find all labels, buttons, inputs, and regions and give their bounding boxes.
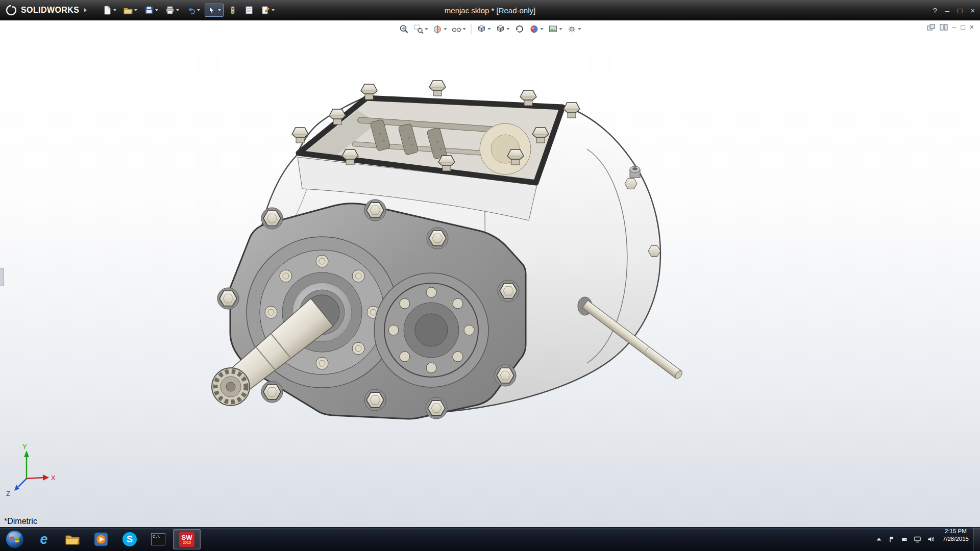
zoom-to-fit-icon <box>399 24 409 34</box>
section-view-button[interactable] <box>431 23 449 35</box>
taskbar-item-media-player[interactable] <box>87 529 115 549</box>
device-icon[interactable] <box>901 536 908 543</box>
view-cube-icon <box>477 24 487 34</box>
rotate-view-icon <box>514 24 525 34</box>
options-button[interactable] <box>258 4 277 17</box>
output-cover[interactable] <box>374 273 488 387</box>
solidworks-app-letters: SW <box>182 534 192 541</box>
internet-explorer-icon: e <box>40 532 47 547</box>
zoom-to-area-button[interactable] <box>412 23 430 35</box>
action-center-flag-icon[interactable] <box>888 536 895 543</box>
doc-restore-button[interactable]: □ <box>961 23 965 31</box>
doc-minimize-button[interactable]: – <box>952 23 957 31</box>
minimize-button[interactable]: – <box>945 6 949 15</box>
rebuild-button[interactable] <box>226 4 240 17</box>
solidworks-logo-icon <box>5 4 17 16</box>
view-orientation-button[interactable] <box>475 23 493 35</box>
heads-up-toolbar <box>398 23 583 35</box>
taskbar-item-internet-explorer[interactable]: e <box>30 529 58 549</box>
open-button[interactable] <box>121 4 140 17</box>
taskbar-item-command-prompt[interactable]: C:\_ <box>144 529 172 549</box>
maximize-button[interactable]: □ <box>958 6 962 15</box>
help-button[interactable]: ? <box>933 6 937 15</box>
taskbar-item-windows-explorer[interactable] <box>59 529 86 549</box>
document-title: menjac sklop * [Read-only] <box>445 0 535 20</box>
print-dropdown-caret[interactable] <box>176 9 179 11</box>
orientation-dropdown-caret[interactable] <box>488 28 491 30</box>
glasses-icon <box>452 24 462 34</box>
appearance-dropdown-caret[interactable] <box>541 28 544 30</box>
clock-time: 2:15 PM <box>943 528 969 535</box>
solidworks-app-icon: SW 2015 <box>179 532 194 547</box>
start-button[interactable] <box>0 528 30 551</box>
panel-collapse-tab[interactable] <box>0 268 4 286</box>
system-tray <box>871 528 939 551</box>
open-folder-icon <box>124 6 133 15</box>
show-desktop-button[interactable] <box>973 528 980 551</box>
new-document-icon <box>103 6 112 15</box>
gearbox-model[interactable]: Y X Z <box>0 20 980 527</box>
view-settings-icon <box>567 24 577 34</box>
taskbar: e S C:\_ SW 2015 <box>0 527 980 551</box>
breather-plug[interactable] <box>630 166 640 178</box>
command-prompt-icon: C:\_ <box>151 533 165 545</box>
scene-dropdown-caret[interactable] <box>559 28 562 30</box>
edit-appearance-button[interactable] <box>528 23 545 35</box>
volume-icon[interactable] <box>927 536 935 543</box>
taskbar-clock[interactable]: 2:15 PM 7/28/2015 <box>939 528 973 551</box>
hide-show-items-button[interactable] <box>450 23 468 35</box>
print-icon <box>165 6 175 15</box>
undo-button[interactable] <box>184 4 203 17</box>
file-properties-button[interactable] <box>242 4 256 17</box>
display-style-dropdown-caret[interactable] <box>507 28 510 30</box>
view-settings-dropdown-caret[interactable] <box>578 28 581 30</box>
display-style-icon <box>496 24 506 34</box>
new-button[interactable] <box>100 4 119 17</box>
zoom-dropdown-caret[interactable] <box>425 28 428 30</box>
undo-arrow-icon <box>186 6 195 15</box>
undo-dropdown-caret[interactable] <box>197 9 200 11</box>
rotate-view-button[interactable] <box>513 23 526 35</box>
apply-scene-button[interactable] <box>547 23 564 35</box>
zoom-to-fit-button[interactable] <box>398 23 411 35</box>
section-dropdown-caret[interactable] <box>444 28 447 30</box>
display-style-button[interactable] <box>494 23 511 35</box>
show-hidden-icons-button[interactable] <box>875 536 883 543</box>
view-orientation-label: *Dimetric <box>4 517 37 526</box>
save-dropdown-caret[interactable] <box>155 9 158 11</box>
tile-windows-icon[interactable] <box>940 24 948 31</box>
document-window-controls: – □ × <box>927 23 974 31</box>
solidworks-logo: SOLIDWORKS <box>5 4 79 16</box>
new-dropdown-caret[interactable] <box>113 9 116 11</box>
network-display-icon[interactable] <box>914 536 921 543</box>
save-floppy-icon <box>144 6 154 15</box>
options-pencil-icon <box>261 6 270 15</box>
file-properties-icon <box>244 6 254 15</box>
save-button[interactable] <box>142 4 161 17</box>
close-button[interactable]: × <box>970 6 975 15</box>
taskbar-item-skype[interactable]: S <box>116 529 143 549</box>
folder-icon <box>65 533 80 546</box>
select-button[interactable] <box>205 4 224 17</box>
taskbar-item-solidworks[interactable]: SW 2015 <box>173 529 201 549</box>
select-dropdown-caret[interactable] <box>218 9 221 11</box>
titlebar[interactable]: SOLIDWORKS <box>0 0 980 20</box>
triad-y-label: Y <box>22 443 27 450</box>
graphics-area[interactable]: Y X Z <box>0 20 980 527</box>
open-dropdown-caret[interactable] <box>134 9 137 11</box>
skype-icon: S <box>122 532 137 546</box>
view-settings-button[interactable] <box>566 23 583 35</box>
options-dropdown-caret[interactable] <box>272 9 275 11</box>
scene-icon <box>548 24 558 34</box>
new-window-icon[interactable] <box>927 24 935 31</box>
menu-flyout-arrow[interactable] <box>84 8 87 12</box>
toolbar-separator <box>471 24 472 34</box>
doc-close-button[interactable]: × <box>970 23 974 31</box>
hide-show-dropdown-caret[interactable] <box>463 28 466 30</box>
solidworks-version-badge: 2015 <box>183 541 191 544</box>
triad-x-label: X <box>51 474 56 482</box>
orientation-triad[interactable]: Y X Z <box>6 443 56 497</box>
media-player-icon <box>94 532 108 546</box>
print-button[interactable] <box>163 4 182 17</box>
appearance-sphere-icon <box>529 24 540 34</box>
